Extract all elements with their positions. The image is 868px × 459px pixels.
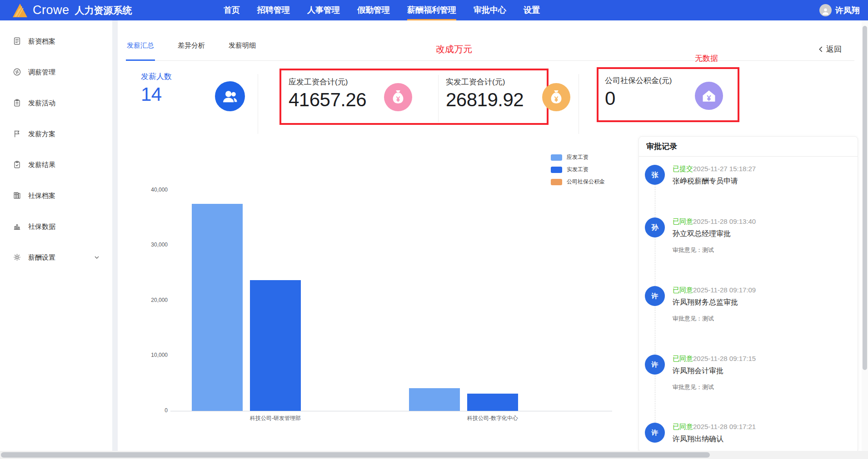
user-avatar-icon — [819, 4, 832, 16]
nav-item-薪酬福利管理[interactable]: 薪酬福利管理 — [407, 0, 456, 20]
sidebar-item-label: 发薪方案 — [28, 130, 55, 138]
sidebar: 薪资档案调薪管理发薪活动发薪方案发薪结果社保档案社保数据薪酬设置 — [0, 20, 112, 451]
approval-comment: 审批意见：测试 — [673, 383, 850, 391]
approval-record-title: 许凤翔财务总监审批 — [673, 298, 850, 307]
crowe-triangle-icon — [12, 3, 28, 18]
legend-swatch — [551, 154, 562, 161]
y-axis-tick: 40,000 — [126, 187, 168, 193]
chart-legend: 应发工资实发工资公司社保公积金 — [551, 151, 605, 188]
sidebar-item-label: 发薪活动 — [28, 99, 55, 108]
approver-avatar: 许 — [645, 423, 665, 443]
x-axis-label: 科技公司-研发管理部 — [203, 415, 348, 422]
clipboard-check-icon — [13, 160, 22, 169]
nav-item-审批中心[interactable]: 审批中心 — [474, 0, 506, 20]
sidebar-item-label: 调薪管理 — [28, 68, 55, 77]
chevron-down-icon — [94, 255, 100, 260]
legend-swatch — [551, 179, 562, 185]
user-name: 许凤翔 — [835, 5, 860, 16]
horizontal-scrollbar[interactable] — [0, 451, 868, 459]
sidebar-item-社保数据[interactable]: 社保数据 — [0, 211, 112, 242]
topbar: Crowe 人力资源系统 首页招聘管理人事管理假勤管理薪酬福利管理审批中心设置 … — [0, 0, 868, 20]
approval-record-title: 许凤翔出纳确认 — [673, 434, 850, 444]
gear-icon — [13, 253, 22, 262]
sidebar-item-label: 社保数据 — [28, 222, 55, 231]
app-name: 人力资源系统 — [75, 4, 132, 17]
legend-item-公司社保公积金[interactable]: 公司社保公积金 — [551, 176, 605, 188]
legend-item-实发工资[interactable]: 实发工资 — [551, 163, 605, 176]
sidebar-item-社保档案[interactable]: 社保档案 — [0, 180, 112, 211]
approval-record-title: 张峥税薪酬专员申请 — [673, 177, 850, 186]
nav-item-假勤管理[interactable]: 假勤管理 — [357, 0, 390, 20]
salary-bar-chart: 应发工资实发工资公司社保公积金 010,00020,00030,00040,00… — [118, 20, 636, 451]
legend-item-应发工资[interactable]: 应发工资 — [551, 151, 605, 163]
back-button[interactable]: 返回 — [818, 44, 842, 54]
nav-item-招聘管理[interactable]: 招聘管理 — [257, 0, 290, 20]
nav-item-设置[interactable]: 设置 — [524, 0, 540, 20]
approval-time: 2025-11-28 09:13:40 — [693, 217, 756, 225]
sidebar-item-发薪方案[interactable]: 发薪方案 — [0, 118, 112, 149]
approver-avatar: 许 — [645, 355, 665, 375]
approval-status-line: 已提交2025-11-27 15:18:27 — [673, 165, 850, 173]
brand: Crowe 人力资源系统 — [0, 3, 224, 18]
bar-chart-icon — [13, 222, 22, 231]
vertical-scrollbar[interactable] — [862, 20, 868, 451]
nav-item-人事管理[interactable]: 人事管理 — [307, 0, 340, 20]
approval-time: 2025-11-27 15:18:27 — [693, 165, 756, 173]
sidebar-item-label: 薪资档案 — [28, 37, 55, 46]
archive-icon — [13, 191, 22, 200]
chevron-left-icon — [818, 46, 823, 53]
legend-label: 应发工资 — [567, 153, 589, 161]
annotation-no-data: 无数据 — [695, 53, 718, 64]
back-label: 返回 — [826, 44, 842, 54]
user-menu[interactable]: 许凤翔 — [819, 4, 868, 16]
approval-record-title: 许凤翔会计审批 — [673, 366, 850, 376]
approval-comment: 审批意见：测试 — [673, 246, 850, 254]
sidebar-item-发薪活动[interactable]: 发薪活动 — [0, 88, 112, 118]
approval-status: 已提交 — [673, 165, 693, 173]
approver-avatar: 许 — [645, 286, 665, 306]
flag-icon — [13, 129, 22, 138]
sidebar-item-发薪结果[interactable]: 发薪结果 — [0, 149, 112, 180]
legend-label: 公司社保公积金 — [567, 178, 605, 186]
approver-avatar: 孙 — [645, 217, 665, 237]
approval-title: 审批记录 — [639, 137, 858, 156]
refresh-circle-icon — [13, 68, 22, 77]
file-text-icon — [13, 37, 22, 46]
approval-status-line: 已同意2025-11-28 09:17:15 — [673, 355, 850, 363]
approval-status-line: 已同意2025-11-28 09:17:21 — [673, 423, 850, 431]
approval-status: 已同意 — [673, 217, 693, 225]
approval-status: 已同意 — [673, 423, 693, 430]
x-axis-label: 科技公司-数字化中心 — [420, 415, 565, 422]
bar-应发工资-科技公司-研发管理部 — [192, 204, 243, 411]
sidebar-item-薪资档案[interactable]: 薪资档案 — [0, 26, 112, 57]
approval-time: 2025-11-28 09:17:21 — [693, 423, 756, 430]
sidebar-item-label: 薪酬设置 — [28, 253, 55, 262]
divider — [639, 156, 858, 157]
sidebar-item-label: 社保档案 — [28, 192, 55, 200]
house-icon — [695, 82, 723, 110]
y-axis-tick: 0 — [126, 407, 168, 414]
approval-status-line: 已同意2025-11-28 09:13:40 — [673, 217, 850, 226]
x-axis-line — [170, 411, 612, 411]
sidebar-item-调薪管理[interactable]: 调薪管理 — [0, 57, 112, 88]
y-axis-tick: 10,000 — [126, 352, 168, 358]
bar-应发工资-科技公司-数字化中心 — [409, 388, 460, 411]
approval-time: 2025-11-28 09:17:09 — [693, 286, 756, 294]
horizontal-scrollbar-thumb[interactable] — [1, 452, 710, 458]
y-axis-tick: 20,000 — [126, 297, 168, 303]
nav-item-首页[interactable]: 首页 — [224, 0, 240, 20]
legend-label: 实发工资 — [567, 166, 589, 173]
approval-status-line: 已同意2025-11-28 09:17:09 — [673, 286, 850, 295]
sidebar-item-label: 发薪结果 — [28, 161, 55, 169]
approval-status: 已同意 — [673, 286, 693, 294]
approval-status: 已同意 — [673, 355, 693, 362]
approval-panel: 审批记录 张已提交2025-11-27 15:18:27张峥税薪酬专员申请孙已同… — [639, 136, 858, 453]
bar-实发工资-科技公司-研发管理部 — [250, 280, 301, 411]
sidebar-item-薪酬设置[interactable]: 薪酬设置 — [0, 242, 112, 273]
brand-name: Crowe — [33, 3, 70, 17]
top-nav: 首页招聘管理人事管理假勤管理薪酬福利管理审批中心设置 — [224, 0, 540, 20]
approval-record-title: 孙立双总经理审批 — [673, 229, 850, 239]
vertical-scrollbar-thumb[interactable] — [863, 26, 867, 370]
approval-time: 2025-11-28 09:17:15 — [693, 355, 756, 362]
approver-avatar: 张 — [645, 165, 665, 185]
